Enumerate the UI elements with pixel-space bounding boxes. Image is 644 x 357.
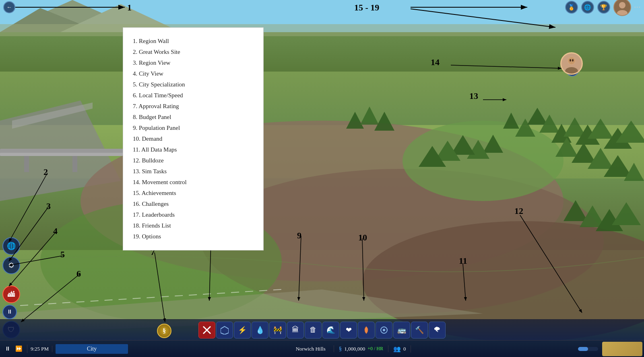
svg-point-74	[383, 329, 385, 331]
fire-tool-icon[interactable]	[358, 322, 375, 339]
svg-marker-72	[221, 326, 229, 334]
top-bar: ← 🏅 🌐 🏆 ···	[0, 0, 644, 14]
menu-item-14[interactable]: 14. Movement control	[133, 177, 254, 188]
challenges-icon-btn[interactable]: 🌐	[581, 1, 594, 14]
menu-item-5[interactable]: 5. City Specialization	[133, 79, 254, 90]
disaster-tool-icon[interactable]: 🌪	[429, 322, 446, 339]
transport-tool-icon[interactable]: 🚧	[269, 322, 286, 339]
build-tool-icon[interactable]: 🔨	[411, 322, 428, 339]
money-stat: § 1,000,000 +0 / HR	[334, 345, 388, 352]
svg-marker-16	[503, 113, 519, 129]
menu-item-16[interactable]: 16. Challenges	[133, 199, 254, 209]
menu-item-19[interactable]: 19. Options	[133, 231, 254, 242]
left-sidebar-icons: 🌐 ⚙	[2, 237, 20, 274]
police-tool-icon[interactable]	[376, 322, 392, 339]
menu-item-10[interactable]: 10. Demand	[133, 133, 254, 144]
region-view-icon[interactable]: 🌐	[2, 237, 20, 255]
menu-item-6[interactable]: 6. Local Time/Speed	[133, 90, 254, 101]
population-icon: 👥	[393, 345, 401, 353]
city-full-name-stat: Norwich Hills	[296, 346, 326, 352]
back-icon: ←	[6, 4, 12, 10]
water-tool-icon[interactable]: 💧	[252, 322, 268, 339]
svg-point-50	[570, 59, 571, 62]
bottom-stats: Norwich Hills	[291, 346, 330, 352]
zone-tool-icon[interactable]	[216, 322, 233, 339]
hr-change: +0 / HR	[367, 346, 383, 352]
health-tool-icon[interactable]: ❤	[340, 322, 357, 339]
city-icon-area: 🏙	[2, 285, 20, 303]
svg-marker-42	[374, 112, 394, 131]
leaderboard-icon-btn[interactable]: 🏆	[597, 1, 610, 14]
population-value: 0	[403, 346, 406, 352]
menu-item-15[interactable]: 15. Achievements	[133, 188, 254, 199]
city-name-bar: City	[56, 344, 128, 354]
svg-rect-4	[0, 24, 644, 36]
menu-item-7[interactable]: 7. Approval Rating	[133, 101, 254, 112]
city-icon[interactable]: 🏙	[2, 285, 20, 303]
svg-marker-23	[588, 119, 613, 139]
menu-item-13[interactable]: 13. Sim Tasks	[133, 166, 254, 177]
svg-rect-10	[72, 156, 77, 172]
simoleon-icon: §	[157, 324, 171, 338]
transit-tool-icon[interactable]: 🚌	[393, 322, 410, 339]
money-value: 1,000,000	[344, 346, 365, 352]
menu-item-18[interactable]: 18. Friends List	[133, 220, 254, 231]
menu-item-8[interactable]: 8. Budget Panel	[133, 112, 254, 123]
menu-item-3[interactable]: 3. Region View	[133, 57, 254, 68]
fast-forward-button[interactable]: ⏩	[14, 345, 24, 353]
currency-icon-area: §	[157, 324, 171, 338]
pause-section: ⏸ ⏩	[0, 345, 27, 353]
top-right-nav: 🏅 🌐 🏆 ···	[565, 0, 641, 16]
menu-item-2[interactable]: 2. Great Works Site	[133, 47, 254, 57]
svg-marker-40	[346, 112, 364, 129]
menu-item-9[interactable]: 9. Population Panel	[133, 123, 254, 133]
more-options-btn[interactable]: ···	[634, 3, 641, 12]
demolish-tool-icon[interactable]: 🗑	[305, 322, 322, 339]
back-button[interactable]: ←	[3, 1, 15, 13]
menu-item-17[interactable]: 17. Leaderboards	[133, 209, 254, 220]
svg-marker-18	[527, 108, 547, 125]
avatar[interactable]	[613, 0, 631, 16]
svg-marker-39	[612, 202, 641, 225]
achievements-icon-btn[interactable]: 🏅	[565, 1, 578, 14]
menu-item-12[interactable]: 12. Bulldoze	[133, 155, 254, 166]
speed-control	[574, 347, 602, 351]
menu-item-4[interactable]: 4. City View	[133, 68, 254, 79]
pause-icon-left[interactable]: ⏸	[2, 305, 17, 319]
simoleon-symbol: §	[339, 345, 342, 352]
specialization-icon[interactable]: ⚙	[2, 256, 20, 274]
menu-item-1[interactable]: 1. Region Wall	[133, 36, 254, 47]
power-tool-icon[interactable]: ⚡	[234, 322, 251, 339]
civic-tool-icon[interactable]: 🏛	[287, 322, 304, 339]
toolbar-strip: ⚡ 💧 🚧 🏛 🗑 🌊 ❤ 🚌 🔨 🌪	[0, 319, 644, 340]
menu-item-11[interactable]: 11. All Data Maps	[133, 144, 254, 155]
svg-rect-9	[24, 156, 29, 172]
time-text: 9:25 PM	[31, 346, 49, 352]
svg-point-48	[565, 67, 578, 74]
time-display: 9:25 PM	[27, 346, 52, 352]
terrain-indicator	[602, 342, 642, 356]
svg-point-49	[568, 57, 575, 64]
speed-bar[interactable]	[578, 347, 598, 351]
player-avatar[interactable]	[560, 52, 583, 75]
top-left-nav: ←	[3, 1, 15, 13]
svg-rect-8	[0, 153, 129, 156]
population-stat: 👥 0	[388, 345, 411, 353]
city-full-name-text: Norwich Hills	[296, 346, 326, 352]
svg-point-45	[619, 2, 625, 8]
svg-point-46	[617, 10, 627, 15]
city-name-text: City	[87, 346, 97, 352]
bottom-bar: ⏸ ⏩ 9:25 PM City Norwich Hills § 1,000,0…	[0, 340, 644, 357]
pause-button[interactable]: ⏸	[3, 345, 12, 353]
menu-panel: 1. Region Wall 2. Great Works Site 3. Re…	[123, 27, 264, 250]
svg-marker-41	[360, 107, 379, 125]
landscape	[0, 0, 644, 357]
water2-tool-icon[interactable]: 🌊	[322, 322, 339, 339]
svg-point-51	[572, 59, 574, 62]
road-tool-icon[interactable]	[198, 322, 215, 339]
